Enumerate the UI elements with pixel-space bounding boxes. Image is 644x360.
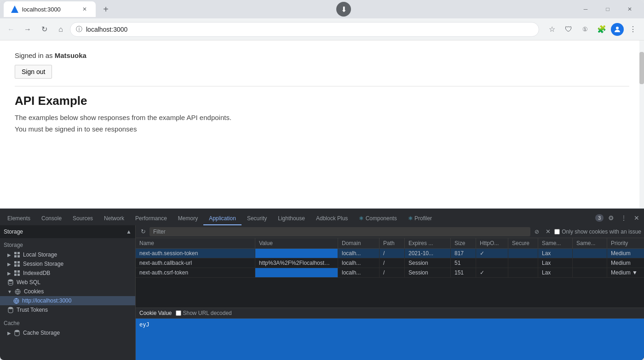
td-secure bbox=[508, 258, 538, 268]
show-decoded-label: Show URL decoded bbox=[183, 310, 232, 316]
sidebar-item-indexeddb[interactable]: ▶ IndexedDB bbox=[0, 269, 135, 278]
new-tab-button[interactable]: + bbox=[99, 3, 112, 16]
th-name[interactable]: Name bbox=[136, 238, 255, 248]
more-menu-icon[interactable]: ⋮ bbox=[626, 22, 640, 37]
only-issues-label: Only show cookies with an issue bbox=[562, 229, 641, 235]
th-samesite1[interactable]: Same... bbox=[538, 238, 573, 248]
address-bar[interactable]: ⓘ localhost:3000 bbox=[70, 22, 539, 37]
td-size: 151 bbox=[451, 268, 476, 277]
tab-sources[interactable]: Sources bbox=[67, 212, 98, 225]
page-scrollbar bbox=[639, 40, 644, 208]
tab-memory[interactable]: Memory bbox=[172, 212, 203, 225]
tab-network[interactable]: Network bbox=[98, 212, 130, 225]
grid-icon bbox=[14, 261, 20, 267]
th-secure[interactable]: Secure bbox=[508, 238, 538, 248]
table-row[interactable]: next-auth.csrf-token localh... / Session… bbox=[136, 268, 644, 278]
browser-tab[interactable]: localhost:3000 ✕ bbox=[4, 1, 96, 17]
td-name: next-auth.session-token bbox=[136, 249, 255, 258]
expand-arrow-icon: ▼ bbox=[7, 289, 12, 294]
td-priority: Medium bbox=[607, 258, 644, 268]
table-row[interactable]: next-auth.session-token localh... / 2021… bbox=[136, 249, 644, 258]
devtools-close-icon[interactable]: ✕ bbox=[631, 212, 642, 223]
refresh-cookies-button[interactable]: ↻ bbox=[138, 227, 148, 236]
password-icon[interactable]: ① bbox=[578, 22, 592, 37]
sign-out-button[interactable]: Sign out bbox=[15, 65, 52, 79]
cookie-value-panel: Cookie Value Show URL decoded eyJ bbox=[136, 308, 644, 360]
expand-icon-cache: ▶ bbox=[7, 331, 11, 336]
show-decoded-checkbox[interactable] bbox=[176, 310, 181, 316]
forward-button[interactable]: → bbox=[20, 22, 35, 37]
devtools-right-controls: 3 ⚙ ⋮ ✕ bbox=[595, 212, 642, 225]
tab-application[interactable]: Application bbox=[203, 212, 242, 225]
clear-cookies-button[interactable]: ⊘ bbox=[532, 227, 541, 236]
tab-adblock[interactable]: Adblock Plus bbox=[310, 212, 353, 225]
sidebar-item-localhost[interactable]: http://localhost:3000 bbox=[0, 296, 135, 305]
svg-rect-9 bbox=[14, 270, 17, 273]
sidebar-item-session-storage[interactable]: ▶ Session Storage bbox=[0, 259, 135, 269]
close-button[interactable]: ✕ bbox=[619, 2, 640, 17]
sidebar-item-cookies[interactable]: ▼ Cookies bbox=[0, 287, 135, 296]
sidebar-scroll-up[interactable]: ▲ bbox=[126, 229, 132, 235]
devtools-more-icon[interactable]: ⋮ bbox=[618, 212, 629, 223]
sidebar-item-web-sql[interactable]: Web SQL bbox=[0, 278, 135, 287]
svg-rect-12 bbox=[17, 274, 20, 276]
expand-icon: ▶ bbox=[7, 262, 11, 267]
th-domain[interactable]: Domain bbox=[338, 238, 380, 248]
td-name: next-auth.csrf-token bbox=[136, 268, 255, 277]
td-httponly: ✓ bbox=[476, 268, 508, 277]
table-row[interactable]: next-auth.callback-url http%3A%2F%2Floca… bbox=[136, 258, 644, 268]
sidebar-item-trust-tokens[interactable]: Trust Tokens bbox=[0, 305, 135, 314]
tab-security[interactable]: Security bbox=[242, 212, 272, 225]
sidebar-item-cache-storage[interactable]: ▶ Cache Storage bbox=[0, 328, 135, 337]
tab-performance[interactable]: Performance bbox=[130, 212, 172, 225]
bookmark-icon[interactable]: ☆ bbox=[545, 22, 559, 37]
tab-profiler[interactable]: ⚛ Profiler bbox=[402, 212, 437, 225]
title-bar-left: localhost:3000 ✕ + bbox=[4, 1, 112, 17]
th-expires[interactable]: Expires ... bbox=[405, 238, 451, 248]
sidebar-item-local-storage[interactable]: ▶ Local Storage bbox=[0, 250, 135, 259]
page-scrollbar-thumb[interactable] bbox=[639, 52, 644, 84]
extensions-icon[interactable]: 🧩 bbox=[594, 22, 609, 37]
th-priority[interactable]: Priority bbox=[607, 238, 644, 248]
svg-rect-7 bbox=[14, 264, 17, 267]
cookie-value-text: eyJ bbox=[139, 321, 150, 328]
th-value[interactable]: Value bbox=[255, 238, 338, 248]
maximize-button[interactable]: □ bbox=[597, 2, 618, 17]
cookies-label: Cookies bbox=[24, 288, 44, 295]
expand-icon: ▶ bbox=[7, 252, 11, 257]
tab-lighthouse[interactable]: Lighthouse bbox=[272, 212, 310, 225]
download-icon: ⬇ bbox=[336, 2, 351, 17]
th-size[interactable]: Size bbox=[451, 238, 476, 248]
console-badge: 3 bbox=[595, 214, 604, 222]
tab-close-button[interactable]: ✕ bbox=[81, 6, 88, 13]
close-filter-button[interactable]: ✕ bbox=[543, 227, 552, 236]
only-issues-checkbox[interactable] bbox=[554, 229, 560, 234]
back-button[interactable]: ← bbox=[4, 22, 18, 37]
th-path[interactable]: Path bbox=[380, 238, 405, 248]
devtools-settings-icon[interactable]: ⚙ bbox=[605, 212, 616, 223]
home-button[interactable]: ⌂ bbox=[53, 22, 68, 37]
td-samesite2 bbox=[573, 268, 607, 277]
reload-button[interactable]: ↻ bbox=[37, 22, 52, 37]
grid-icon bbox=[14, 270, 20, 276]
cache-section-label: Cache bbox=[0, 318, 135, 328]
td-path: / bbox=[380, 268, 405, 277]
sidebar-header: Storage ▲ bbox=[0, 225, 135, 238]
cookie-value-header: Cookie Value Show URL decoded bbox=[136, 308, 644, 319]
th-samesite2[interactable]: Same... bbox=[573, 238, 607, 248]
tab-components[interactable]: ⚛ Components bbox=[353, 212, 402, 225]
tab-elements[interactable]: Elements bbox=[2, 212, 36, 225]
td-priority: Medium bbox=[607, 249, 644, 258]
db-icon bbox=[7, 279, 14, 286]
th-httponly[interactable]: HttpO... bbox=[476, 238, 508, 248]
session-storage-label: Session Storage bbox=[23, 261, 63, 267]
tab-console[interactable]: Console bbox=[36, 212, 67, 225]
td-size: 51 bbox=[451, 258, 476, 268]
profile-icon[interactable] bbox=[611, 23, 624, 36]
shield-icon[interactable]: 🛡 bbox=[561, 22, 576, 37]
svg-rect-2 bbox=[17, 252, 20, 254]
filter-input[interactable] bbox=[150, 227, 530, 236]
td-value bbox=[255, 268, 338, 277]
minimize-button[interactable]: ─ bbox=[575, 2, 596, 17]
cookie-value-label: Cookie Value bbox=[139, 310, 172, 316]
